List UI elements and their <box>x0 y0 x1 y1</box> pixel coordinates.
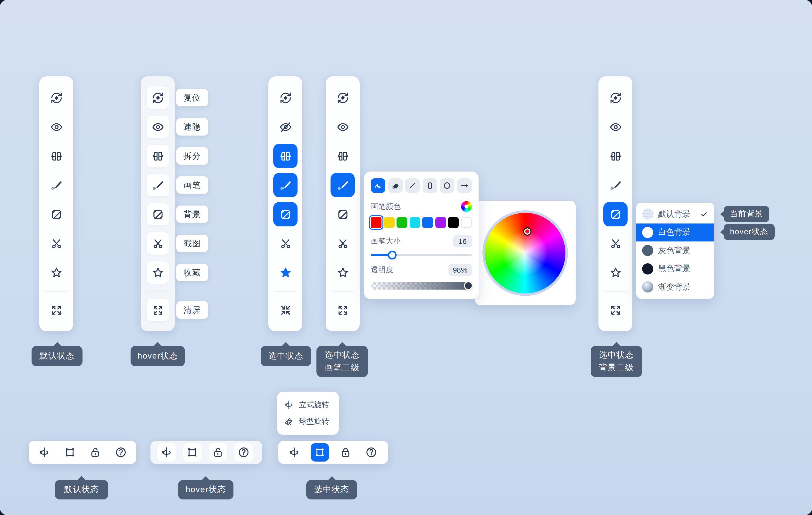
star-icon <box>336 266 349 279</box>
fullscreen-button[interactable] <box>326 295 360 325</box>
brush-button[interactable] <box>326 170 360 200</box>
favorite-button[interactable] <box>268 258 302 287</box>
object-toolbar-selected <box>278 441 388 464</box>
slider-thumb[interactable] <box>387 251 396 260</box>
help-button[interactable] <box>108 441 134 464</box>
rectangle-tool-button[interactable] <box>423 178 437 193</box>
eraser-tool-button[interactable] <box>388 178 403 193</box>
bounding-box-icon <box>186 446 198 459</box>
split-icon <box>151 150 164 163</box>
brush-button[interactable] <box>39 170 73 200</box>
line-tool-button[interactable] <box>405 178 420 193</box>
reset-button[interactable] <box>39 83 73 112</box>
reset-button[interactable] <box>326 83 360 112</box>
split-button[interactable] <box>326 141 360 170</box>
reset-button[interactable] <box>268 83 302 112</box>
swatch-green[interactable] <box>397 217 407 228</box>
brush-size-slider[interactable] <box>371 254 472 256</box>
arrow-tool-button[interactable] <box>457 178 472 193</box>
screenshot-button[interactable] <box>599 229 632 258</box>
star-filled-icon <box>279 266 292 279</box>
swatch-black[interactable] <box>448 217 459 228</box>
pen-tool-button[interactable] <box>371 178 385 193</box>
circle-tool-button[interactable] <box>440 178 455 193</box>
swatch-yellow[interactable] <box>384 217 394 228</box>
fullscreen-button[interactable] <box>599 295 632 325</box>
brush-button[interactable] <box>141 170 175 200</box>
color-wheel-marker[interactable] <box>523 227 531 235</box>
color-wheel[interactable] <box>483 210 568 296</box>
reset-button[interactable] <box>141 83 175 112</box>
rotate-button[interactable] <box>153 441 179 464</box>
split-button[interactable] <box>141 141 175 170</box>
fullscreen-button[interactable] <box>141 295 175 325</box>
split-button[interactable] <box>599 141 632 170</box>
fullscreen-button[interactable] <box>39 295 73 325</box>
help-button[interactable] <box>231 441 256 464</box>
swatch-red[interactable] <box>371 217 381 228</box>
screenshot-button[interactable] <box>268 229 302 258</box>
background-button[interactable] <box>326 200 360 229</box>
tooltip-clear-screen: 清屏 <box>176 301 208 319</box>
split-button[interactable] <box>268 141 302 170</box>
help-button[interactable] <box>358 441 384 464</box>
menu-item-sphere-rotate[interactable]: 球型旋转 <box>284 416 332 427</box>
background-button[interactable] <box>39 200 73 229</box>
menu-item-gradient-background[interactable]: 渐变背景 <box>636 278 714 296</box>
swatch-blue[interactable] <box>423 217 433 228</box>
quick-hide-button[interactable] <box>39 112 73 141</box>
toolbar-selected-background <box>599 76 632 331</box>
opacity-slider[interactable] <box>371 282 472 289</box>
vertical-rotate-icon <box>160 446 173 459</box>
background-icon <box>609 208 622 221</box>
background-button[interactable] <box>268 200 302 229</box>
background-button[interactable] <box>599 200 632 229</box>
swatch-white[interactable] <box>461 217 472 228</box>
color-wheel-icon[interactable] <box>461 201 472 212</box>
favorite-button[interactable] <box>39 258 73 287</box>
reset-button[interactable] <box>599 83 632 112</box>
opacity-thumb[interactable] <box>464 281 472 290</box>
favorite-button[interactable] <box>141 258 175 287</box>
quick-hide-button[interactable] <box>141 112 175 141</box>
eye-icon <box>151 120 164 133</box>
exit-fullscreen-button[interactable] <box>268 295 302 325</box>
rotate-button[interactable] <box>281 441 307 464</box>
transform-button[interactable] <box>57 441 83 464</box>
lock-button[interactable] <box>205 441 231 464</box>
split-icon <box>50 150 63 163</box>
menu-item-black-background[interactable]: 黑色背景 <box>636 260 714 278</box>
menu-item-vertical-rotate[interactable]: 立式旋转 <box>284 400 332 410</box>
transform-button[interactable] <box>179 441 205 464</box>
split-button[interactable] <box>39 141 73 170</box>
swatch-purple[interactable] <box>435 217 446 228</box>
background-button[interactable] <box>141 200 175 229</box>
swatch-cyan[interactable] <box>409 217 420 228</box>
opacity-label: 透明度 <box>371 265 394 274</box>
brush-size-row: 画笔大小 16 <box>371 235 472 247</box>
menu-item-gray-background[interactable]: 灰色背景 <box>636 241 714 260</box>
menu-item-default-background[interactable]: 默认背景 <box>636 205 714 223</box>
screenshot-button[interactable] <box>326 229 360 258</box>
screenshot-button[interactable] <box>141 229 175 258</box>
gray-background-swatch <box>642 245 653 256</box>
lock-button[interactable] <box>332 441 358 464</box>
quick-hide-button[interactable] <box>326 112 360 141</box>
lock-button[interactable] <box>83 441 108 464</box>
brush-icon <box>279 179 292 192</box>
transform-button[interactable] <box>307 441 332 464</box>
toolbar-hover <box>141 76 175 331</box>
quick-hide-button[interactable] <box>268 112 302 141</box>
brush-button[interactable] <box>599 170 632 200</box>
quick-hide-button[interactable] <box>599 112 632 141</box>
help-icon <box>115 446 127 459</box>
favorite-button[interactable] <box>326 258 360 287</box>
screenshot-button[interactable] <box>39 229 73 258</box>
rotate-button[interactable] <box>32 441 57 464</box>
brush-button[interactable] <box>268 170 302 200</box>
unlock-icon <box>211 446 224 459</box>
default-background-swatch <box>642 209 653 220</box>
favorite-button[interactable] <box>599 258 632 287</box>
menu-item-white-background[interactable]: 白色背景 <box>636 223 714 241</box>
unlock-icon <box>89 446 102 459</box>
